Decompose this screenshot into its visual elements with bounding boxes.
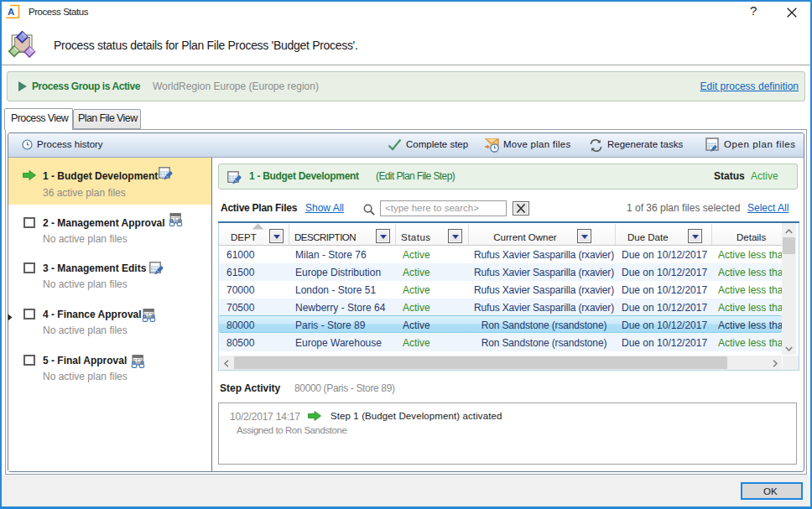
svg-text:A: A — [8, 7, 14, 17]
